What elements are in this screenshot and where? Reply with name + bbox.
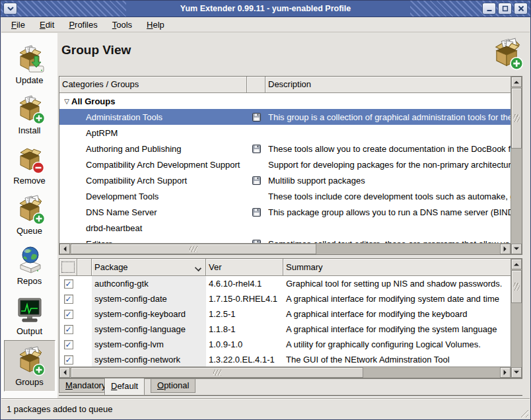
- close-button[interactable]: [514, 3, 528, 15]
- column-header-description[interactable]: Description: [266, 77, 511, 93]
- chevron-down-icon: [7, 7, 14, 11]
- column-header-summary[interactable]: Summary: [283, 259, 511, 276]
- group-tree-viewport: ▽All Groups Administration Tools This gr…: [59, 93, 511, 243]
- page-title: Group View: [61, 43, 131, 57]
- close-icon: [518, 6, 524, 12]
- repos-icon: [14, 244, 46, 275]
- output-icon: [14, 294, 46, 326]
- sidebar-item-queue[interactable]: Queue: [4, 190, 55, 240]
- tab-optional[interactable]: Optional: [151, 379, 195, 393]
- package-table-header: Package Ver Summary: [59, 259, 511, 276]
- package-row[interactable]: ✓ system-config-network 1.3.22.0.EL.4.1-…: [59, 352, 511, 367]
- scroll-up-button[interactable]: [511, 77, 522, 87]
- package-table-vscrollbar[interactable]: [511, 259, 522, 378]
- group-tree-hscrollbar[interactable]: [59, 243, 511, 254]
- group-row-all-groups[interactable]: ▽All Groups: [59, 93, 511, 109]
- floppy-icon: [252, 145, 261, 153]
- package-table: Package Ver Summary ✓ authconfig-gtk 4.6…: [59, 258, 522, 378]
- sidebar-item-remove[interactable]: Remove: [4, 139, 55, 190]
- menu-profiles[interactable]: Profiles: [67, 18, 99, 31]
- maximize-button[interactable]: [498, 3, 512, 15]
- install-icon: [14, 93, 46, 125]
- scroll-right-button[interactable]: [500, 244, 511, 254]
- scroll-up-button[interactable]: [511, 259, 522, 269]
- app-window: Yum Extender 0.99.11 - yum-enabled Profi…: [0, 0, 531, 420]
- floppy-icon: [252, 113, 261, 122]
- window-title: Yum Extender 0.99.11 - yum-enabled Profi…: [1, 1, 530, 17]
- group-row[interactable]: drbd-heartbeat: [59, 220, 511, 236]
- column-header-select-all[interactable]: [59, 259, 77, 276]
- package-row[interactable]: ✓ authconfig-gtk 4.6.10-rhel4.1 Graphica…: [59, 276, 511, 291]
- group-row[interactable]: DNS Name Server This package group allow…: [59, 204, 511, 220]
- menu-tools[interactable]: Tools: [110, 18, 134, 31]
- sort-descending-icon: [195, 265, 201, 270]
- sidebar-label: Queue: [17, 226, 42, 236]
- update-icon: [14, 43, 46, 75]
- package-checkbox[interactable]: ✓: [64, 295, 73, 304]
- sidebar-item-output[interactable]: Output: [4, 290, 55, 340]
- vscroll-thumb[interactable]: [511, 270, 522, 303]
- sidebar-item-update[interactable]: Update: [4, 39, 55, 89]
- hscroll-thumb[interactable]: [71, 367, 363, 378]
- package-row[interactable]: ✓ system-config-date 1.7.15-0.RHEL4.1 A …: [59, 291, 511, 306]
- column-header-categories[interactable]: Categories / Groups: [59, 77, 247, 93]
- menu-file[interactable]: File: [9, 18, 27, 31]
- minimize-button[interactable]: [482, 3, 496, 15]
- sidebar-label: Groups: [15, 377, 44, 387]
- package-checkbox[interactable]: ✓: [64, 355, 73, 365]
- minimize-icon: [486, 6, 492, 12]
- scroll-left-button[interactable]: [59, 367, 70, 378]
- expander-open-icon[interactable]: ▽: [62, 98, 71, 105]
- group-view-icon: [489, 36, 524, 71]
- scroll-down-button[interactable]: [511, 244, 522, 254]
- column-header-ver[interactable]: Ver: [206, 259, 283, 276]
- group-row[interactable]: Compatibility Arch Development Support S…: [59, 157, 511, 172]
- menu-bar: File Edit Profiles Tools Help: [1, 18, 530, 32]
- window-menu-button[interactable]: [3, 3, 17, 15]
- column-header-icon[interactable]: [247, 77, 266, 93]
- tab-default[interactable]: Default: [104, 378, 145, 396]
- groups-icon: [14, 345, 46, 376]
- scroll-right-button[interactable]: [500, 367, 511, 378]
- group-row[interactable]: Editors Sometimes called text editors, t…: [59, 236, 511, 243]
- sidebar-item-groups[interactable]: Groups: [4, 340, 55, 392]
- column-header-package[interactable]: Package: [92, 259, 206, 276]
- group-row-selected[interactable]: Administration Tools This group is a col…: [59, 109, 511, 125]
- floppy-icon: [252, 208, 261, 217]
- group-tree-header: Categories / Groups Description: [59, 77, 511, 93]
- package-row[interactable]: ✓ system-config-language 1.1.8-1 A graph…: [59, 322, 511, 337]
- floppy-icon: [252, 176, 261, 185]
- group-row[interactable]: Compatibility Arch Support Multilib supp…: [59, 172, 511, 188]
- package-checkbox[interactable]: ✓: [64, 340, 73, 349]
- resize-grip[interactable]: [518, 407, 528, 417]
- sidebar-label: Repos: [17, 276, 42, 286]
- group-tree-vscrollbar[interactable]: [511, 77, 522, 254]
- group-row[interactable]: Authoring and Publishing These tools all…: [59, 141, 511, 157]
- group-tree: Categories / Groups Description ▽All Gro…: [59, 76, 522, 255]
- package-table-viewport: ✓ authconfig-gtk 4.6.10-rhel4.1 Graphica…: [59, 276, 511, 367]
- menu-help[interactable]: Help: [145, 18, 166, 31]
- package-row[interactable]: ✓ system-config-keyboard 1.2.5-1 A graph…: [59, 306, 511, 322]
- package-row[interactable]: ✓ system-config-lvm 1.0.9-1.0 A utility …: [59, 337, 511, 352]
- sidebar-item-repos[interactable]: Repos: [4, 240, 55, 290]
- column-header-status[interactable]: [77, 259, 92, 276]
- package-table-hscrollbar[interactable]: [59, 367, 511, 378]
- maximize-icon: [502, 6, 508, 12]
- status-bar: 1 packages added to queue: [1, 398, 530, 419]
- package-checkbox[interactable]: ✓: [64, 310, 73, 319]
- group-row[interactable]: AptRPM: [59, 125, 511, 141]
- sidebar-label: Output: [17, 326, 42, 336]
- group-row[interactable]: Development Tools These tools include co…: [59, 188, 511, 204]
- package-type-tabs: Mandatory Default Optional: [59, 378, 522, 397]
- sidebar: Update Install Remove: [1, 33, 57, 400]
- title-bar[interactable]: Yum Extender 0.99.11 - yum-enabled Profi…: [1, 1, 530, 17]
- main-content: Group View Categories / Groups Descripti…: [57, 32, 530, 398]
- package-checkbox[interactable]: ✓: [64, 325, 73, 334]
- scroll-down-button[interactable]: [511, 367, 522, 378]
- vscroll-thumb[interactable]: [511, 88, 522, 149]
- sidebar-item-install[interactable]: Install: [4, 89, 55, 139]
- hscroll-thumb[interactable]: [71, 244, 316, 254]
- scroll-left-button[interactable]: [59, 244, 70, 254]
- package-checkbox[interactable]: ✓: [64, 279, 73, 289]
- menu-edit[interactable]: Edit: [38, 18, 56, 31]
